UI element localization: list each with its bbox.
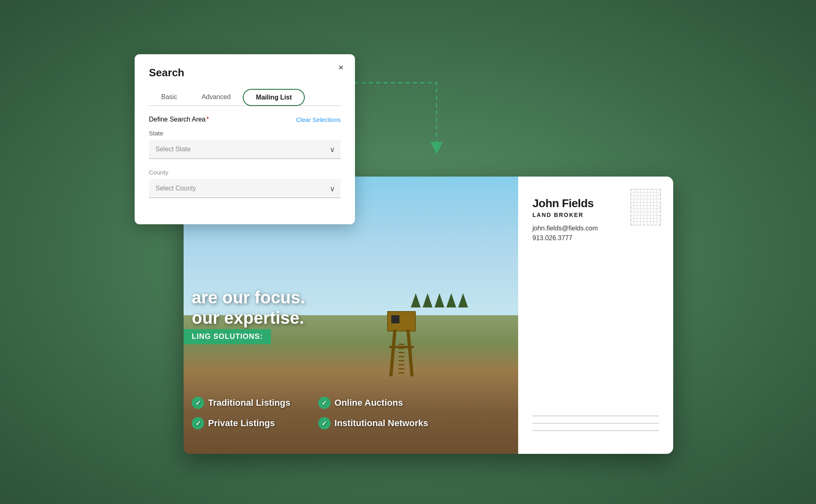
stamp-area [630,189,661,225]
tower-ladder [399,344,404,376]
solution-institutional: Institutional Networks [318,417,428,429]
tower-leg [406,329,414,376]
address-line-1 [532,416,659,416]
tree [458,293,468,307]
clear-selections-link[interactable]: Clear Selections [296,116,341,123]
tab-advanced[interactable]: Advanced [189,89,243,105]
overlay-line-1: are our focus. [192,288,305,307]
tower-cabin [387,311,416,332]
tab-basic[interactable]: Basic [149,89,189,105]
tab-mailing-list[interactable]: Mailing List [243,89,305,106]
solution-online: Online Auctions [318,397,428,409]
tree [435,293,444,307]
postcard-right: John Fields LAND BROKER john.fields@fiel… [518,177,673,454]
tab-bar: Basic Advanced Mailing List [149,89,341,106]
hunting-tower [385,311,418,376]
county-select-wrapper: Select County ∨ [149,179,341,198]
tree [446,293,456,307]
section-title: Define Search Area* [149,116,209,123]
tower-leg [389,329,397,376]
tree [423,293,432,307]
overlay-line-2: our expertise. [192,308,304,327]
section-header: Define Search Area* Clear Selections [149,116,341,123]
address-line-3 [532,430,659,431]
state-select[interactable]: Select State [149,140,341,159]
overlay-text: are our focus. our expertise. [192,287,305,329]
search-modal: × Search Basic Advanced Mailing List Def… [135,54,355,224]
address-area [532,416,659,438]
broker-email: john.fields@fields.com [532,225,659,232]
tree [411,293,421,307]
check-icon-institutional [318,417,330,429]
check-icon-online [318,397,330,409]
check-icon-private [192,417,204,429]
check-icon-traditional [192,397,204,409]
address-line-2 [532,423,659,424]
close-button[interactable]: × [338,63,344,72]
county-select[interactable]: Select County [149,179,341,198]
solutions-badge: LING SOLUTIONS: [184,329,271,344]
solutions-list: Traditional Listings Online Auctions Pri… [192,397,428,429]
scene: are our focus. our expertise. LING SOLUT… [122,38,694,466]
county-label: County [149,169,341,176]
state-select-wrapper: Select State ∨ [149,140,341,159]
tree-row [411,293,468,307]
state-label: State [149,130,341,137]
solution-traditional: Traditional Listings [192,397,302,409]
required-star: * [206,116,209,123]
solution-private: Private Listings [192,417,302,429]
svg-marker-0 [430,142,443,154]
broker-phone: 913.026.3777 [532,234,659,242]
modal-title: Search [149,66,341,79]
